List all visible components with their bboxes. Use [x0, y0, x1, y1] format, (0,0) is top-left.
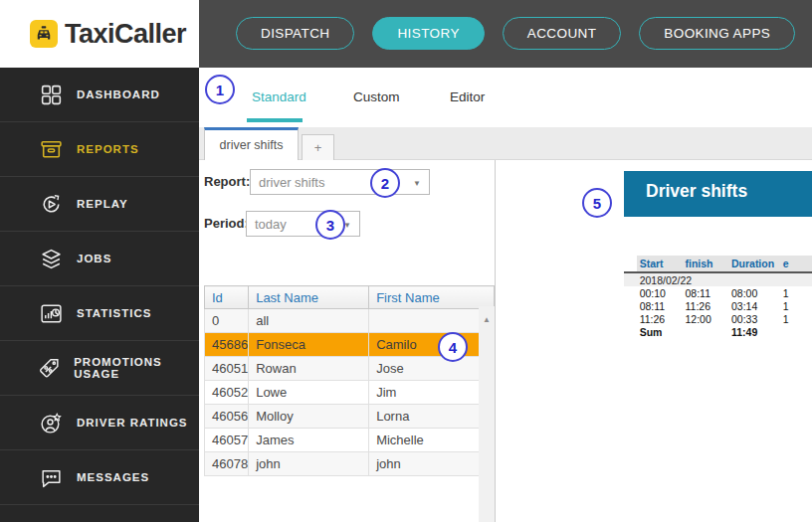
cell-first-name[interactable]: Jose [369, 357, 495, 381]
nav-account-button[interactable]: ACCOUNT [503, 17, 622, 50]
shift-row: 08:11 11:26 03:14 1 [624, 299, 812, 312]
sheet-tab-strip: driver shifts + [199, 127, 812, 160]
sidebar-item-label: JOBS [77, 253, 111, 264]
add-sheet-tab-button[interactable]: + [302, 134, 334, 160]
shift-report-table: Start finish Duration e 2018/02/22 00:10 [624, 256, 812, 338]
column-header-first-name[interactable]: First Name [369, 286, 495, 309]
sidebar-item-statistics[interactable]: STATISTICS [0, 286, 199, 341]
period-field-label: Period: [204, 216, 249, 231]
sidebar-item-replay[interactable]: REPLAY [0, 177, 199, 232]
shift-extra: 1 [780, 286, 812, 299]
tab-editor[interactable]: Editor [450, 89, 485, 104]
cell-last-name[interactable]: James [249, 429, 369, 452]
tab-standard[interactable]: Standard [252, 89, 306, 104]
sum-row: Sum 11:49 [624, 325, 812, 338]
annotation-circle-3: 3 [315, 210, 345, 240]
top-navigation: DISPATCH HISTORY ACCOUNT BOOKING APPS [236, 17, 795, 50]
dropdown-arrow-icon: ▼ [413, 179, 421, 188]
cell-last-name[interactable]: Lowe [249, 381, 369, 405]
report-select-value: driver shifts [259, 175, 324, 190]
sidebar-item-label: MESSAGES [77, 471, 149, 483]
cell-id[interactable]: 46057 [205, 429, 249, 452]
shift-start: 00:10 [637, 286, 683, 299]
jobs-layers-icon [36, 247, 66, 271]
sidebar-item-reports[interactable]: REPORTS [0, 122, 199, 177]
shift-duration: 08:00 [728, 286, 780, 299]
annotation-circle-4: 4 [438, 332, 468, 362]
table-row[interactable]: 46078 john john [205, 452, 495, 476]
sidebar-item-label: PROMOTIONS USAGE [74, 356, 199, 380]
column-header-last-name[interactable]: Last Name [249, 286, 369, 309]
sum-label: Sum [637, 325, 683, 338]
scroll-up-arrow-icon[interactable]: ▲ [483, 315, 491, 324]
cell-first-name[interactable]: Lorna [369, 405, 495, 429]
report-field-label: Report: [204, 174, 250, 189]
table-row[interactable]: 46057 James Michelle [205, 429, 495, 452]
sidebar-item-label: REPLAY [77, 198, 128, 210]
column-header-start: Start [637, 256, 683, 272]
cell-last-name[interactable]: john [249, 452, 369, 476]
cell-last-name[interactable]: Molloy [249, 405, 369, 429]
cell-last-name[interactable]: Fonseca [249, 333, 369, 357]
cell-id[interactable]: 46052 [205, 381, 249, 405]
statistics-chart-icon [36, 301, 66, 326]
shift-finish: 12:00 [683, 312, 728, 325]
active-tab-underline [247, 118, 303, 122]
main-area: Standard Custom Editor driver shifts + R… [199, 68, 812, 522]
tab-custom[interactable]: Custom [353, 89, 400, 104]
annotation-circle-5: 5 [582, 188, 612, 218]
sidebar-item-label: DRIVER RATINGS [77, 417, 188, 429]
cell-id[interactable]: 46051 [205, 357, 249, 381]
column-header-finish: finish [683, 256, 728, 272]
replay-icon [36, 192, 66, 217]
sidebar-item-driver-ratings[interactable]: DRIVER RATINGS [0, 396, 199, 450]
sidebar-item-dashboard[interactable]: DASHBOARD [0, 68, 199, 122]
cell-first-name[interactable] [369, 309, 495, 333]
cell-last-name[interactable]: Rowan [249, 357, 369, 381]
driver-ratings-icon [36, 411, 66, 435]
report-select[interactable]: driver shifts ▼ [250, 169, 430, 195]
sidebar-item-messages[interactable]: MESSAGES [0, 450, 199, 505]
nav-dispatch-button[interactable]: DISPATCH [236, 17, 354, 50]
column-header-id[interactable]: Id [205, 286, 249, 309]
cell-id[interactable]: 46078 [205, 452, 249, 476]
sum-value: 11:49 [728, 325, 780, 338]
cell-id[interactable]: 46056 [205, 405, 249, 429]
report-preview-title: Driver shifts [646, 181, 812, 202]
cell-first-name[interactable]: john [369, 452, 495, 476]
shift-row: 11:26 12:00 00:33 1 [624, 312, 812, 325]
sheet-tab-driver-shifts[interactable]: driver shifts [204, 127, 299, 160]
nav-history-button[interactable]: HISTORY [372, 17, 484, 50]
cell-id[interactable]: 45686 [205, 333, 249, 357]
dashboard-grid-icon [36, 83, 66, 107]
cell-id[interactable]: 0 [205, 309, 249, 333]
shift-row: 00:10 08:11 08:00 1 [624, 286, 812, 299]
cell-first-name[interactable]: Michelle [369, 429, 495, 452]
shift-start: 08:11 [637, 299, 683, 312]
table-row[interactable]: 46056 Molloy Lorna [205, 405, 495, 429]
taxi-icon [30, 20, 58, 48]
date-row: 2018/02/22 [624, 272, 812, 286]
report-preview-panel: Driver shifts Start finish Duration e [495, 160, 812, 522]
nav-booking-apps-button[interactable]: BOOKING APPS [639, 17, 795, 50]
table-row[interactable]: 0 all [205, 309, 495, 333]
table-row[interactable]: 46052 Lowe Jim [205, 381, 495, 405]
cell-first-name[interactable]: Jim [369, 381, 495, 405]
table-scrollbar[interactable]: ▲ [479, 306, 495, 522]
cell-last-name[interactable]: all [249, 309, 369, 333]
annotation-circle-2: 2 [370, 168, 400, 198]
reports-box-icon [36, 137, 66, 162]
blank-header-cell [624, 256, 637, 272]
sidebar-item-jobs[interactable]: JOBS [0, 232, 199, 286]
sidebar-item-label: STATISTICS [77, 307, 151, 319]
shift-finish: 11:26 [683, 299, 728, 312]
column-header-duration: Duration [728, 256, 780, 272]
column-header-clipped: e [780, 256, 812, 272]
sidebar-item-promotions-usage[interactable]: PROMOTIONS USAGE [0, 341, 199, 396]
report-preview-banner: Driver shifts [624, 171, 812, 217]
cell-first-name[interactable]: Camilo [369, 333, 495, 357]
shift-extra: 1 [780, 312, 812, 325]
messages-bubble-icon [36, 465, 66, 490]
promotions-tag-icon [36, 356, 63, 381]
brand-logo[interactable]: TaxiCaller [0, 0, 199, 68]
